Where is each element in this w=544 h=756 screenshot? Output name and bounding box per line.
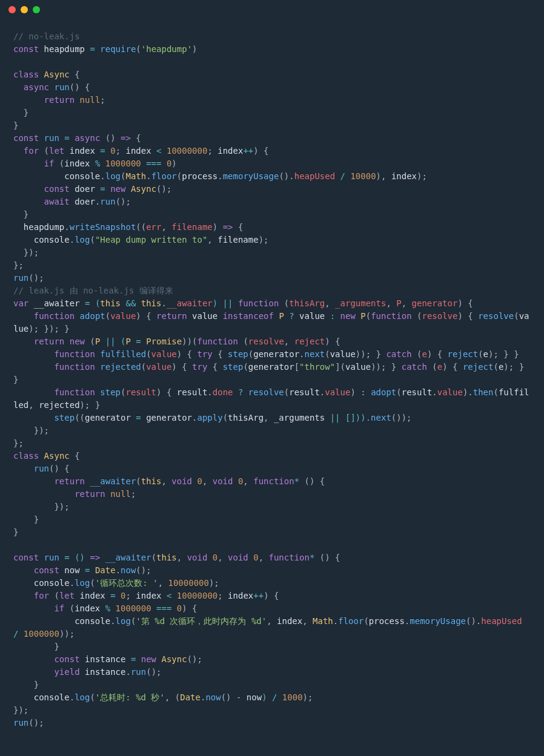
identifier: generator: [253, 349, 299, 359]
operator: ===: [141, 159, 167, 168]
class: P: [274, 311, 289, 321]
identifier: index: [126, 146, 151, 156]
punct: (: [366, 311, 371, 321]
identifier: index: [80, 591, 105, 600]
punct: (: [90, 692, 95, 702]
punct: .: [70, 578, 75, 588]
identifier: console: [13, 692, 70, 702]
identifier: instance: [85, 667, 125, 677]
identifier: index: [228, 591, 253, 600]
number: 10000000: [168, 578, 208, 588]
close-button[interactable]: [8, 6, 16, 13]
punct: ,: [302, 616, 313, 626]
punct: .: [125, 667, 130, 677]
param: thisArg: [289, 298, 325, 308]
punct: .: [207, 387, 212, 397]
operator: ?: [289, 311, 299, 321]
operator: ) ||: [213, 298, 238, 308]
property: value: [325, 387, 350, 397]
operator: = (: [80, 298, 101, 308]
param: P: [396, 298, 401, 308]
identifier: run: [44, 553, 59, 562]
punct: ,: [28, 400, 39, 410]
punct: (: [412, 349, 422, 359]
function: reject: [448, 349, 479, 359]
punct: .: [70, 692, 75, 702]
function: step: [228, 349, 248, 359]
punct: ();: [116, 197, 131, 206]
punct: ));: [59, 629, 75, 639]
punct: .: [100, 171, 105, 181]
punct: ,: [259, 553, 269, 562]
string: '循环总次数: ': [95, 578, 158, 588]
minimize-button[interactable]: [21, 6, 28, 13]
punct: ;: [116, 146, 126, 156]
keyword: let: [59, 591, 75, 600]
operator: =: [95, 184, 110, 194]
punct: (: [223, 413, 228, 422]
operator: /: [335, 171, 350, 181]
this: this: [141, 298, 162, 308]
method: next: [305, 349, 325, 359]
punct: () {: [49, 464, 70, 473]
punct: (: [493, 387, 498, 397]
method: next: [371, 413, 391, 422]
punct: (: [90, 235, 95, 245]
string: '总耗时: %d 秒': [95, 692, 165, 702]
punct: ) {: [136, 311, 156, 321]
punct: ,: [207, 235, 217, 245]
punct: ): [213, 222, 223, 232]
string: "Heap dump written to": [95, 235, 207, 245]
punct: ;: [217, 591, 228, 600]
punct: ) {: [457, 311, 478, 321]
operator: || (: [100, 337, 125, 346]
punct: [: [294, 362, 299, 372]
punct: ); } }: [488, 349, 519, 359]
punct: );: [417, 171, 427, 181]
punct: (: [427, 362, 437, 372]
punct: () -: [221, 692, 247, 702]
punct: )); }: [356, 349, 386, 359]
identifier: thisArg: [228, 413, 264, 422]
identifier: result: [177, 387, 208, 397]
method: floor: [338, 616, 363, 626]
punct: ),: [376, 171, 391, 181]
punct: (: [493, 362, 498, 372]
identifier: generator: [85, 413, 131, 422]
param: result: [125, 387, 156, 397]
operator: ===: [151, 603, 177, 613]
operator: ) /: [262, 692, 282, 702]
punct: (: [85, 337, 95, 346]
punct: }: [13, 527, 18, 537]
identifier: heapdump: [13, 222, 64, 232]
keyword: return: [13, 476, 85, 486]
keyword: function: [13, 349, 95, 359]
keyword: function: [371, 311, 411, 321]
punct: (: [478, 349, 483, 359]
method: run: [100, 197, 115, 206]
identifier: console: [13, 171, 100, 181]
operator: ++: [253, 591, 264, 600]
punct: (: [90, 578, 95, 588]
keyword: function: [253, 476, 294, 486]
operator: =: [80, 565, 95, 575]
code-editor[interactable]: // no-leak.js const heapdump = require('…: [0, 19, 544, 740]
number: 0: [110, 146, 115, 156]
zoom-button[interactable]: [33, 6, 40, 13]
property: heapUsed: [481, 616, 522, 626]
punct: ,: [386, 298, 396, 308]
punct: ();: [187, 654, 202, 664]
operator: ++: [243, 146, 253, 156]
punct: ); }: [80, 400, 101, 410]
operator: *: [294, 476, 299, 486]
punct: {: [70, 70, 80, 79]
keyword: await: [13, 197, 70, 206]
function: __awaiter: [100, 553, 151, 562]
method: run: [13, 464, 49, 473]
punct: ;: [100, 95, 105, 105]
keyword: return: [13, 337, 64, 346]
string: "throw": [299, 362, 335, 372]
method: memoryUsage: [223, 171, 279, 181]
punct: ): [192, 44, 197, 54]
punct: .: [217, 171, 222, 181]
